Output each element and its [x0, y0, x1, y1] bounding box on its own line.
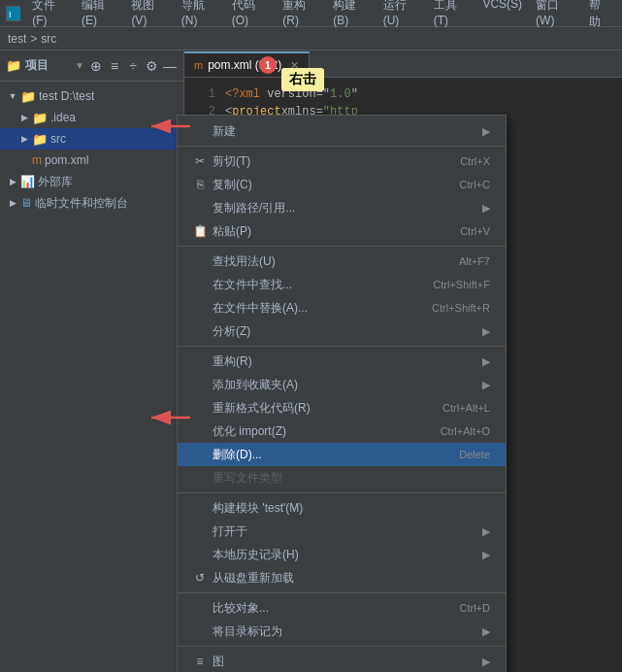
- maven-icon-pom: m: [32, 153, 42, 167]
- ctx-refactor-label: 重构(R): [213, 353, 252, 370]
- ctx-compare-shortcut: Ctrl+D: [460, 602, 490, 614]
- ctx-new-label: 新建: [213, 123, 236, 140]
- ctx-new[interactable]: 新建 ▶: [178, 119, 506, 143]
- ctx-override-label: 重写文件类型: [213, 470, 282, 487]
- svg-text:I: I: [9, 10, 12, 19]
- list-icon[interactable]: ≡: [107, 58, 122, 74]
- menu-vcs[interactable]: VCS(S): [476, 0, 528, 32]
- menu-run[interactable]: 运行(U): [377, 0, 426, 32]
- menu-help[interactable]: 帮助: [583, 0, 616, 32]
- menu-navigate[interactable]: 导航(N): [176, 0, 224, 32]
- ctx-copy-shortcut: Ctrl+C: [460, 179, 490, 190]
- ctx-analyze[interactable]: 分析(Z) ▶: [178, 319, 506, 343]
- ctx-paste-shortcut: Ctrl+V: [460, 225, 490, 237]
- ctx-replace[interactable]: 在文件中替换(A)... Ctrl+Shift+R: [178, 296, 506, 319]
- ctx-localhistory-arrow: ▶: [482, 549, 490, 561]
- breadcrumb-test[interactable]: test: [8, 32, 26, 46]
- tree-item-pom[interactable]: m pom.xml: [0, 150, 183, 171]
- menu-file[interactable]: 文件(F): [26, 0, 74, 32]
- diagram-icon: ≡: [193, 655, 207, 668]
- folder-icon-test: 📁: [20, 89, 36, 104]
- menu-build[interactable]: 构建(B): [327, 0, 375, 32]
- app-icon: I: [6, 6, 20, 21]
- copy-icon: ⎘: [193, 178, 207, 191]
- ctx-compare[interactable]: 比较对象... Ctrl+D: [178, 596, 506, 620]
- ctx-refactor-arrow: ▶: [482, 355, 490, 368]
- menu-code[interactable]: 代码(O): [226, 0, 276, 32]
- ctx-copy[interactable]: ⎘ 复制(C) Ctrl+C: [178, 173, 506, 196]
- tree-item-test[interactable]: ▼ 📁 test D:\test: [0, 85, 183, 107]
- menu-view[interactable]: 视图(V): [125, 0, 173, 32]
- tree-arrow-temp: ▶: [8, 198, 17, 208]
- folder-icon-src: 📁: [32, 132, 48, 147]
- ctx-markdir[interactable]: 将目录标记为 ▶: [178, 620, 506, 643]
- tree-label-src: src: [50, 132, 66, 146]
- ctx-openin-label: 打开于: [213, 523, 247, 540]
- ctx-optimizeimp[interactable]: 优化 import(Z) Ctrl+Alt+O: [178, 420, 506, 443]
- tree-arrow-extlib: ▶: [8, 177, 17, 186]
- ctx-new-arrow: ▶: [482, 125, 490, 138]
- settings-icon[interactable]: ⚙: [144, 58, 159, 74]
- ctx-sep1: [178, 146, 506, 147]
- ctx-reformat[interactable]: 重新格式化代码(R) Ctrl+Alt+L: [178, 396, 506, 420]
- ctx-copypath[interactable]: 复制路径/引用... ▶: [178, 196, 506, 219]
- sidebar: 📁 项目 ▼ ⊕ ≡ ÷ ⚙ — ▼ 📁 test D:\test ▶ 📁: [0, 50, 184, 672]
- ctx-cut[interactable]: ✂ 剪切(T) Ctrl+X: [178, 150, 506, 173]
- breadcrumb-src[interactable]: src: [41, 32, 56, 46]
- ctx-reload[interactable]: ↺ 从磁盘重新加载: [178, 566, 506, 589]
- menu-refactor[interactable]: 重构(R): [277, 0, 325, 32]
- ctx-cut-shortcut: Ctrl+X: [460, 155, 490, 167]
- ctx-findinfile[interactable]: 在文件中查找... Ctrl+Shift+F: [178, 273, 506, 296]
- ctx-refactor[interactable]: 重构(R) ▶: [178, 350, 506, 373]
- paste-icon: 📋: [193, 224, 207, 238]
- ctx-delete-shortcut: Delete: [459, 449, 490, 460]
- ctx-copypath-arrow: ▶: [482, 202, 490, 215]
- project-folder-icon: 📁: [6, 58, 21, 73]
- ctx-reload-label: 从磁盘重新加载: [213, 570, 294, 587]
- menu-tools[interactable]: 工具(T): [428, 0, 475, 32]
- ctx-localhistory-label: 本地历史记录(H): [213, 547, 299, 563]
- ctx-delete[interactable]: 删除(D)... Delete: [178, 443, 506, 466]
- tree-item-src[interactable]: ▶ 📁 src: [0, 128, 183, 150]
- split-icon[interactable]: ÷: [125, 58, 141, 74]
- minimize-icon[interactable]: —: [162, 58, 178, 74]
- tree-item-idea[interactable]: ▶ 📁 .idea: [0, 107, 183, 128]
- breadcrumb-sep1: >: [30, 32, 37, 46]
- ctx-findusages-label: 查找用法(U): [213, 253, 276, 270]
- ctx-addfav[interactable]: 添加到收藏夹(A) ▶: [178, 373, 506, 396]
- ctx-findusages-shortcut: Alt+F7: [459, 255, 490, 267]
- cut-icon: ✂: [193, 154, 207, 168]
- ctx-delete-label: 删除(D)...: [213, 447, 262, 463]
- menu-window[interactable]: 窗口(W): [530, 0, 580, 32]
- ctx-openin[interactable]: 打开于 ▶: [178, 520, 506, 543]
- tree-item-temp[interactable]: ▶ 🖥 临时文件和控制台: [0, 192, 183, 214]
- ctx-analyze-arrow: ▶: [482, 325, 490, 338]
- ctx-localhistory[interactable]: 本地历史记录(H) ▶: [178, 543, 506, 566]
- sidebar-tree: ▼ 📁 test D:\test ▶ 📁 .idea ▶ 📁 src m pom…: [0, 82, 183, 672]
- menu-edit[interactable]: 编辑(E): [76, 0, 123, 32]
- ctx-replace-label: 在文件中替换(A)...: [213, 300, 308, 317]
- ctx-diagram[interactable]: ≡ 图 ▶: [178, 650, 506, 672]
- ctx-override: 重写文件类型: [178, 466, 506, 489]
- ctx-markdir-arrow: ▶: [482, 625, 490, 638]
- ctx-reformat-label: 重新格式化代码(R): [213, 400, 311, 417]
- ctx-replace-shortcut: Ctrl+Shift+R: [432, 302, 490, 314]
- ctx-analyze-label: 分析(Z): [213, 323, 250, 340]
- add-icon[interactable]: ⊕: [88, 58, 104, 74]
- reload-icon: ↺: [193, 571, 207, 585]
- ctx-paste[interactable]: 📋 粘贴(P) Ctrl+V: [178, 219, 506, 243]
- tab-maven-icon: m: [194, 59, 203, 71]
- ctx-addfav-arrow: ▶: [482, 379, 490, 391]
- ctx-findusages[interactable]: 查找用法(U) Alt+F7: [178, 250, 506, 273]
- tree-label-extlib: 外部库: [38, 174, 73, 190]
- ctx-optimizeimp-label: 优化 import(Z): [213, 423, 286, 440]
- ctx-copypath-label: 复制路径/引用...: [213, 200, 295, 217]
- extlib-icon: 📊: [20, 175, 35, 188]
- sidebar-header: 📁 项目 ▼ ⊕ ≡ ÷ ⚙ —: [0, 50, 183, 82]
- tree-item-extlib[interactable]: ▶ 📊 外部库: [0, 171, 183, 192]
- ctx-buildmod[interactable]: 构建模块 'test'(M): [178, 496, 506, 520]
- tree-label-pom: pom.xml: [45, 153, 88, 167]
- sidebar-header-icons: ⊕ ≡ ÷ ⚙ —: [88, 58, 178, 74]
- temp-icon: 🖥: [20, 196, 32, 210]
- tree-label-test: test D:\test: [39, 89, 94, 103]
